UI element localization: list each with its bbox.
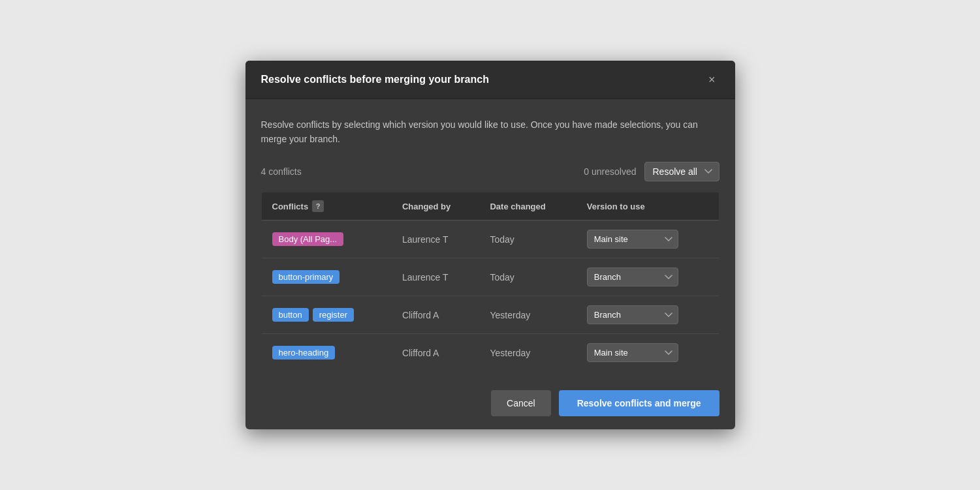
conflict-tags-cell: button-primary [261, 258, 392, 296]
modal-description: Resolve conflicts by selecting which ver… [261, 117, 719, 147]
conflicts-right: 0 unresolved Resolve all [584, 162, 719, 181]
th-date-changed: Date changed [479, 192, 576, 221]
th-changed-by: Changed by [392, 192, 480, 221]
changed-by-cell: Laurence T [392, 258, 480, 296]
modal-title: Resolve conflicts before merging your br… [261, 74, 489, 85]
conflict-tag: Body (All Pag... [272, 232, 344, 246]
table-row: Body (All Pag...Laurence TTodayMain site… [261, 221, 719, 258]
version-cell: Main siteBranch [577, 334, 719, 372]
conflict-tags-cell: Body (All Pag... [261, 221, 392, 258]
close-button[interactable]: × [704, 72, 719, 87]
date-changed-cell: Yesterday [479, 334, 576, 372]
version-cell: Main siteBranch [577, 221, 719, 258]
resolve-merge-button[interactable]: Resolve conflicts and merge [559, 390, 719, 416]
th-conflicts: Conflicts ? [261, 192, 392, 221]
modal: Resolve conflicts before merging your br… [245, 61, 735, 430]
conflict-tags-cell: buttonregister [261, 296, 392, 334]
date-changed-cell: Yesterday [479, 296, 576, 334]
table-header-row: Conflicts ? Changed by Date changed Vers… [261, 192, 719, 221]
conflict-tags-cell: hero-heading [261, 334, 392, 372]
conflicts-table: Conflicts ? Changed by Date changed Vers… [261, 192, 719, 372]
conflicts-summary: 4 conflicts 0 unresolved Resolve all [261, 162, 719, 181]
conflict-tag: hero-heading [272, 346, 336, 360]
changed-by-cell: Clifford A [392, 296, 480, 334]
modal-header: Resolve conflicts before merging your br… [245, 61, 735, 99]
th-version-to-use: Version to use [577, 192, 719, 221]
conflicts-count: 4 conflicts [261, 166, 302, 177]
modal-overlay: Resolve conflicts before merging your br… [0, 61, 980, 430]
modal-footer: Cancel Resolve conflicts and merge [245, 377, 735, 429]
version-cell: Main siteBranch [577, 258, 719, 296]
version-select[interactable]: Main siteBranch [587, 268, 678, 286]
modal-body: Resolve conflicts by selecting which ver… [245, 99, 735, 373]
changed-by-cell: Clifford A [392, 334, 480, 372]
version-select[interactable]: Main siteBranch [587, 305, 678, 324]
date-changed-cell: Today [479, 221, 576, 258]
conflict-tag: button-primary [272, 270, 340, 284]
conflict-tag: button [272, 308, 309, 322]
table-row: hero-headingClifford AYesterdayMain site… [261, 334, 719, 372]
help-icon[interactable]: ? [312, 200, 324, 212]
table-row: button-primaryLaurence TTodayMain siteBr… [261, 258, 719, 296]
changed-by-cell: Laurence T [392, 221, 480, 258]
version-select[interactable]: Main siteBranch [587, 230, 678, 249]
resolve-all-select[interactable]: Resolve all [644, 162, 719, 181]
version-select[interactable]: Main siteBranch [587, 343, 678, 362]
version-cell: Main siteBranch [577, 296, 719, 334]
unresolved-count: 0 unresolved [584, 166, 636, 177]
table-row: buttonregisterClifford AYesterdayMain si… [261, 296, 719, 334]
date-changed-cell: Today [479, 258, 576, 296]
cancel-button[interactable]: Cancel [491, 390, 551, 416]
conflict-tag: register [313, 308, 354, 322]
